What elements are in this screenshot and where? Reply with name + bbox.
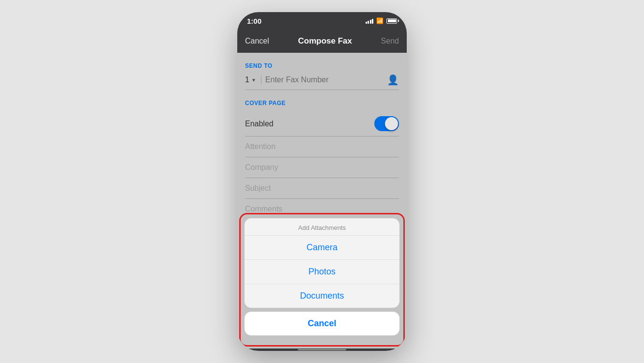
form-area: SEND TO 1 ▼ 👤 COVER PAGE Enabled xyxy=(237,53,407,348)
action-sheet-title: Add Attachments xyxy=(245,218,399,236)
send-button[interactable]: Send xyxy=(381,37,399,45)
status-time: 1:00 xyxy=(247,17,261,25)
action-sheet-overlay: Add Attachments Camera Photos Documents … xyxy=(237,53,407,348)
signal-icon xyxy=(366,18,374,24)
cancel-label: Cancel xyxy=(307,318,336,329)
nav-title: Compose Fax xyxy=(298,36,352,46)
photos-label: Photos xyxy=(308,267,336,277)
status-bar: 1:00 📶 xyxy=(237,12,407,30)
action-sheet-cancel-button[interactable]: Cancel xyxy=(245,312,399,335)
documents-label: Documents xyxy=(300,291,344,301)
battery-icon xyxy=(386,18,397,24)
action-sheet-photos[interactable]: Photos xyxy=(245,260,399,284)
action-sheet-group: Add Attachments Camera Photos Documents xyxy=(245,218,399,308)
nav-bar: Cancel Compose Fax Send xyxy=(237,30,407,53)
wifi-icon: 📶 xyxy=(376,17,383,24)
cancel-button[interactable]: Cancel xyxy=(245,37,269,45)
home-indicator xyxy=(237,348,407,351)
action-sheet: Add Attachments Camera Photos Documents … xyxy=(239,213,405,347)
home-bar xyxy=(298,349,346,350)
camera-label: Camera xyxy=(307,242,337,253)
action-sheet-camera[interactable]: Camera xyxy=(245,236,399,260)
status-icons: 📶 xyxy=(366,17,398,24)
phone-frame: 1:00 📶 Cancel Compose Fax Send SEND TO xyxy=(237,12,407,351)
action-sheet-cancel-group: Cancel xyxy=(245,312,399,335)
action-sheet-documents[interactable]: Documents xyxy=(245,284,399,308)
